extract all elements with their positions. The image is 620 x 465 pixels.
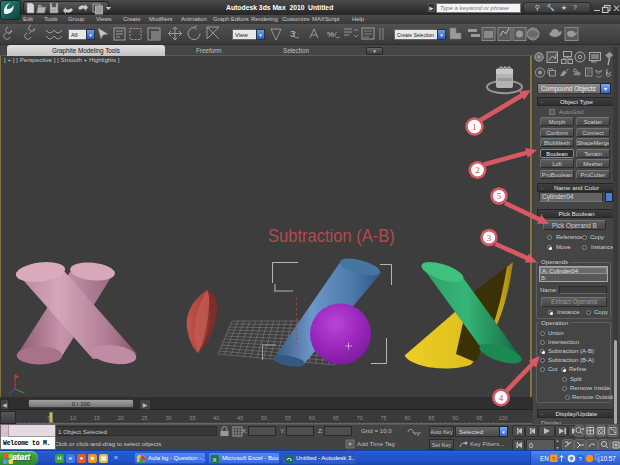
svg-text:%: % — [327, 30, 334, 39]
svg-text:100: 100 — [499, 415, 508, 421]
svg-text:75: 75 — [381, 415, 387, 421]
svg-text:90: 90 — [452, 415, 458, 421]
svg-text:20: 20 — [118, 415, 124, 421]
svg-text:?: ? — [579, 456, 582, 462]
svg-text:55: 55 — [285, 415, 291, 421]
svg-text:70: 70 — [357, 415, 363, 421]
svg-text:45: 45 — [237, 415, 243, 421]
svg-text:10: 10 — [70, 415, 76, 421]
svg-text:80: 80 — [404, 415, 410, 421]
svg-text:35: 35 — [189, 415, 195, 421]
svg-text:85: 85 — [428, 415, 434, 421]
svg-text:15: 15 — [94, 415, 100, 421]
svg-text:65: 65 — [333, 415, 339, 421]
svg-text:0: 0 — [529, 442, 533, 449]
svg-text:25: 25 — [142, 415, 148, 421]
svg-text:60: 60 — [309, 415, 315, 421]
svg-text:95: 95 — [476, 415, 482, 421]
svg-text:50: 50 — [261, 415, 267, 421]
svg-text:5: 5 — [47, 415, 50, 421]
svg-text:40: 40 — [213, 415, 219, 421]
svg-text:30: 30 — [165, 415, 171, 421]
svg-text:X: X — [213, 457, 217, 463]
